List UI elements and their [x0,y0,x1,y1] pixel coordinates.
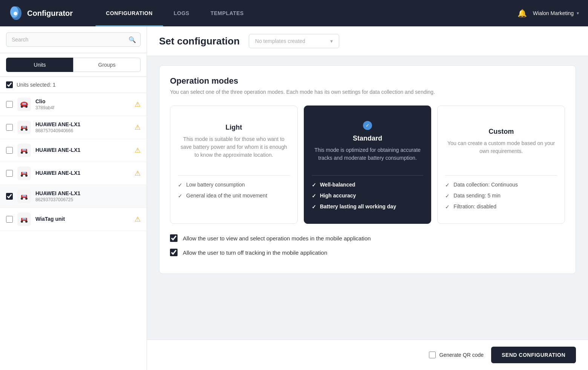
list-item[interactable]: Clio 3789ab4f ⚠ [0,93,147,116]
search-icon[interactable]: 🔍 [129,36,136,43]
mode-light-feature-0: ✓ Low battery consumption [178,182,290,188]
bell-icon[interactable]: 🔔 [518,9,527,18]
checkmark-icon: ✓ [312,182,316,188]
car-icon-0 [17,98,31,111]
svg-point-2 [14,12,17,15]
unit-checkbox-2[interactable] [6,147,13,154]
mode-light-desc: This mode is suitable for those who want… [178,135,290,159]
svg-point-22 [25,174,28,177]
operation-modes-card: Operation modes You can select one of th… [159,65,576,274]
content-header: Set configuration No templates created ▾ [147,26,588,56]
tab-units[interactable]: Units [6,58,73,72]
tab-groups[interactable]: Groups [73,58,141,72]
svg-point-16 [21,151,23,154]
mode-custom-title: Custom [488,128,514,136]
warning-icon-1: ⚠ [135,123,141,131]
mode-custom-feature-0: ✓ Data collection: Continuous [445,182,557,188]
allow-modes-checkbox[interactable] [170,234,178,242]
car-icon-3 [17,167,31,180]
mode-card-standard-header: ✓ Standard This mode is optimized for ob… [312,115,424,168]
mode-standard-feature-text-1: High accuracy [320,193,356,199]
unit-name-3: HUAWEI ANE-LX1 [35,170,130,176]
svg-point-7 [25,105,28,108]
unit-info-2: HUAWEI ANE-LX1 [35,147,130,154]
main-layout: 🔍 Units Groups Units selected: 1 Clio 37… [0,26,588,370]
svg-point-26 [21,197,23,200]
qr-label: Generate QR code [439,352,484,358]
mode-light-feature-text-1: General idea of the unit movement [186,193,267,199]
unit-checkbox-4[interactable] [6,193,13,200]
mode-custom-feature-1: ✓ Data sending: 5 min [445,193,557,199]
units-selected-label: Units selected: 1 [17,82,56,88]
select-all-checkbox[interactable] [6,81,13,88]
dropdown-chevron-icon: ▾ [330,38,333,44]
mode-card-custom[interactable]: Custom You can create a custom mode base… [437,105,565,224]
logo: Configurator [9,6,73,20]
mode-custom-desc: You can create a custom mode based on yo… [445,139,557,155]
mode-card-standard[interactable]: ✓ Standard This mode is optimized for ob… [304,105,432,224]
user-menu[interactable]: Wialon Marketing ▾ [533,10,579,16]
mode-standard-feature-1: ✓ High accuracy [312,193,424,199]
svg-rect-23 [22,172,26,174]
mode-standard-title: Standard [353,135,382,142]
checkmark-icon: ✓ [445,182,450,188]
list-item[interactable]: HUAWEI ANE-LX1 862937037006725 [0,185,147,208]
checkbox-row-2: Allow the user to turn off tracking in t… [170,249,565,256]
list-item[interactable]: HUAWEI ANE-LX1 ⚠ [0,139,147,162]
unit-checkbox-5[interactable] [6,216,13,223]
unit-checkbox-3[interactable] [6,170,13,177]
mode-selected-icon: ✓ [363,121,372,130]
checkmark-icon: ✓ [178,182,182,188]
mode-light-feature-1: ✓ General idea of the unit movement [178,193,290,199]
content-body: Operation modes You can select one of th… [147,56,588,339]
header-right: 🔔 Wialon Marketing ▾ [518,9,579,18]
app-title: Configurator [27,9,73,18]
list-item[interactable]: HUAWEI ANE-LX1 868757040940666 ⚠ [0,116,147,139]
mode-custom-feature-text-1: Data sending: 5 min [453,193,501,199]
op-modes-title: Operation modes [170,76,565,86]
mode-standard-divider [312,175,424,176]
svg-rect-13 [22,126,26,128]
allow-modes-label: Allow the user to view and select operat… [183,235,371,242]
svg-point-21 [21,174,23,177]
unit-list: Clio 3789ab4f ⚠ HUAWEI ANE-LX1 868757040… [0,93,147,370]
qr-checkbox[interactable] [429,352,436,358]
car-icon-2 [17,144,31,157]
unit-id-4: 862937037006725 [35,197,141,202]
search-input[interactable] [6,32,141,47]
mode-light-title: Light [225,124,242,131]
template-placeholder: No templates created [255,38,305,44]
search-wrapper: 🔍 [6,32,141,47]
svg-rect-33 [22,218,26,220]
nav-templates[interactable]: TEMPLATES [200,0,254,26]
footer: Generate QR code SEND CONFIGURATION [147,339,588,370]
mode-card-light[interactable]: Light This mode is suitable for those wh… [170,105,298,224]
header: Configurator CONFIGURATION LOGS TEMPLATE… [0,0,588,26]
user-name: Wialon Marketing [533,10,574,16]
unit-name-4: HUAWEI ANE-LX1 [35,190,141,196]
unit-id-1: 868757040940666 [35,128,130,133]
nav-configuration[interactable]: CONFIGURATION [95,0,163,26]
allow-tracking-checkbox[interactable] [170,249,178,256]
svg-point-27 [25,197,28,200]
nav-logs[interactable]: LOGS [163,0,200,26]
modes-grid: Light This mode is suitable for those wh… [170,105,565,224]
mode-card-light-header: Light This mode is suitable for those wh… [178,115,290,168]
mode-standard-desc: This mode is optimized for obtaining acc… [312,146,424,162]
mode-standard-feature-2: ✓ Battery lasting all working day [312,203,424,210]
unit-checkbox-0[interactable] [6,101,13,108]
tab-switcher: Units Groups [0,53,147,77]
template-dropdown[interactable]: No templates created ▾ [249,34,339,48]
unit-info-1: HUAWEI ANE-LX1 868757040940666 [35,121,130,133]
list-item[interactable]: HUAWEI ANE-LX1 ⚠ [0,162,147,185]
list-item[interactable]: WiaTag unit ⚠ [0,208,147,231]
checkmark-icon: ✓ [312,193,316,199]
mode-custom-divider [445,175,557,176]
unit-checkbox-1[interactable] [6,124,13,131]
unit-name-2: HUAWEI ANE-LX1 [35,147,130,153]
checkmark-icon: ✓ [178,193,182,199]
checkmark-icon: ✓ [445,204,450,210]
svg-point-12 [25,128,28,131]
send-configuration-button[interactable]: SEND CONFIGURATION [491,347,576,363]
qr-checkbox-row: Generate QR code [429,352,484,358]
